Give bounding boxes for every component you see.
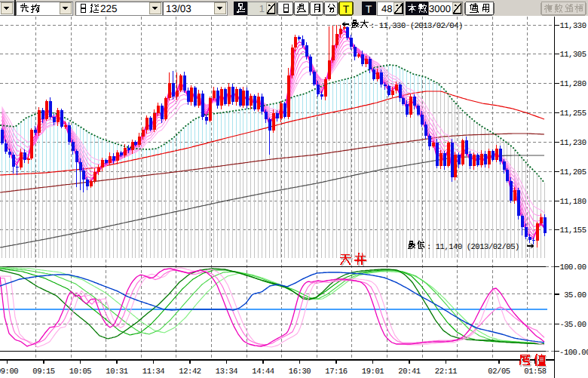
svg-text:-35.00: -35.00 [559, 321, 586, 330]
svg-text:11,180: 11,180 [559, 198, 586, 207]
svg-text:: 11,330 (2013/02/04): : 11,330 (2013/02/04) [370, 22, 463, 31]
svg-text:3000: 3000 [429, 3, 451, 14]
svg-text:225: 225 [100, 3, 118, 14]
svg-text:02/05: 02/05 [488, 367, 510, 376]
svg-text:09:15: 09:15 [32, 367, 54, 376]
svg-text:T: T [343, 3, 350, 15]
svg-text:16:30: 16:30 [289, 367, 311, 376]
svg-text:T: T [366, 3, 372, 15]
svg-text:13/03: 13/03 [166, 3, 191, 14]
svg-text:11,255: 11,255 [559, 109, 586, 118]
svg-text:09:00: 09:00 [0, 367, 18, 376]
svg-text:11,280: 11,280 [559, 80, 586, 89]
svg-text:1: 1 [259, 3, 265, 14]
svg-text:10:05: 10:05 [69, 367, 91, 376]
svg-text:11,305: 11,305 [559, 51, 586, 60]
svg-text:: 11,140 (2013/02/05): : 11,140 (2013/02/05) [427, 243, 519, 252]
svg-text:35.00: 35.00 [564, 291, 586, 300]
svg-text:11,230: 11,230 [559, 139, 586, 148]
svg-text:12:42: 12:42 [179, 367, 201, 376]
svg-text:01:58: 01:58 [524, 367, 546, 376]
svg-text:11,330: 11,330 [559, 22, 586, 31]
svg-text:48: 48 [381, 3, 392, 14]
svg-text:11:34: 11:34 [142, 367, 164, 376]
svg-text:-100.00: -100.00 [559, 349, 588, 358]
svg-text:20:41: 20:41 [398, 367, 420, 376]
svg-text:19:01: 19:01 [362, 367, 384, 376]
svg-text:14:44: 14:44 [252, 367, 274, 376]
svg-text:100.00: 100.00 [559, 263, 586, 272]
svg-text:10:31: 10:31 [106, 367, 127, 376]
svg-text:17:16: 17:16 [325, 367, 347, 376]
svg-text:11,205: 11,205 [559, 168, 586, 177]
svg-text:22:11: 22:11 [435, 367, 457, 376]
svg-text:13:34: 13:34 [216, 367, 237, 376]
svg-text:11,155: 11,155 [559, 226, 586, 235]
